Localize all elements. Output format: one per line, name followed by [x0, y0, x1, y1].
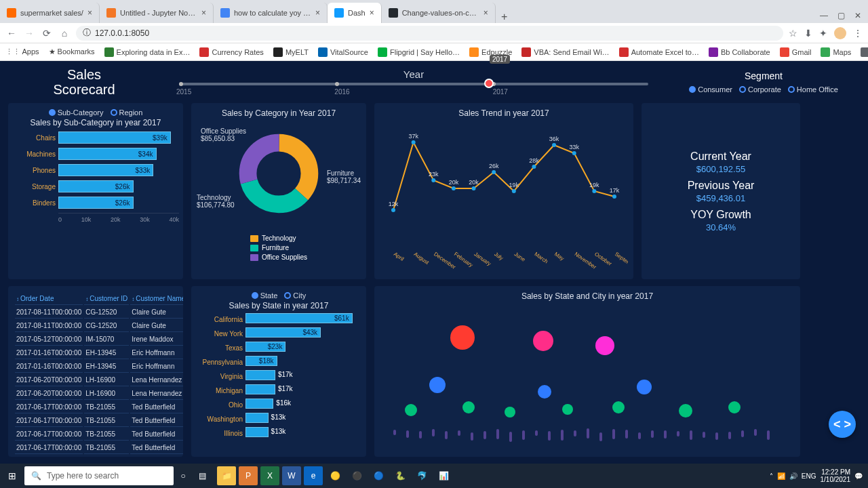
donut-val-tech: $106,774.80 — [197, 201, 235, 209]
tb-app-edge[interactable]: e — [304, 466, 323, 485]
state-bar: Michigan$17k — [197, 384, 361, 396]
kpi-cy-val: $600,192.55 — [647, 164, 795, 174]
bookmark-item[interactable]: MyELT — [273, 47, 309, 57]
table-row[interactable]: 2017-01-16T00:00:00EH-13945Eric Hoffmann — [15, 361, 183, 373]
browser-tab[interactable]: Untitled - Jupyter Notebook× — [100, 3, 214, 23]
nav-reload-icon[interactable]: ⟳ — [41, 28, 53, 39]
slider-handle[interactable] — [484, 79, 494, 88]
tb-app-chrome[interactable]: 🟡 — [326, 466, 344, 485]
svg-text:July: July — [493, 251, 505, 262]
tray-clock[interactable]: 12:22 PM1/10/2021 — [821, 468, 851, 483]
tray-volume-icon[interactable]: 🔊 — [789, 472, 797, 480]
state-radio-state[interactable]: State — [252, 291, 278, 300]
svg-text:33k: 33k — [569, 144, 579, 150]
table-row[interactable]: 2017-01-16T00:00:00EH-13945Eric Hoffmann — [15, 347, 183, 359]
close-icon[interactable]: × — [484, 8, 488, 18]
new-tab-button[interactable]: + — [496, 11, 513, 23]
bookmark-item[interactable]: VitalSource — [318, 47, 368, 57]
bookmark-item[interactable]: Bb Collaborate — [709, 47, 770, 57]
table-header[interactable]: Order Date — [15, 293, 83, 305]
table-header[interactable]: Customer Name — [130, 293, 183, 305]
svg-text:26k: 26k — [489, 163, 499, 169]
tray-chevron-icon[interactable]: ˄ — [770, 472, 773, 480]
card-subcategory-bars: Sub-CategoryRegion Sales by Sub-Category… — [8, 103, 183, 279]
tb-app-explorer[interactable]: 📁 — [217, 466, 236, 485]
close-icon[interactable]: × — [201, 8, 206, 18]
taskbar-search[interactable]: 🔍 Type here to search — [24, 466, 174, 485]
tray-language[interactable]: ENG — [802, 472, 816, 480]
bookmark-item[interactable]: Currency Rates — [199, 47, 263, 57]
table-row[interactable]: 2017-08-11T00:00:00CG-12520Claire Gute — [15, 306, 183, 319]
nav-forward-icon[interactable]: → — [23, 28, 35, 39]
table-row[interactable]: 2017-06-17T00:00:00TB-21055Ted Butterfie… — [15, 442, 183, 454]
start-button[interactable]: ⊞ — [0, 470, 24, 481]
table-row[interactable]: 2017-08-11T00:00:00CG-12520Claire Gute — [15, 320, 183, 332]
close-icon[interactable]: × — [87, 8, 92, 18]
address-input[interactable]: ⓘ 127.0.0.1:8050 — [76, 26, 783, 41]
tb-app-spreadsheet[interactable]: 📊 — [434, 466, 453, 485]
browser-tab[interactable]: Change-values-on-cards-dynami× — [382, 3, 496, 23]
table-row[interactable]: 2017-06-17T00:00:00TB-21055Ted Butterfie… — [15, 415, 183, 427]
bookmark-item[interactable]: Exploring data in Ex… — [104, 47, 191, 57]
window-close-icon[interactable]: ✕ — [854, 11, 861, 20]
nav-home-icon[interactable]: ⌂ — [58, 28, 71, 39]
window-minimize-icon[interactable]: — — [820, 11, 828, 20]
taskview-icon[interactable]: ▤ — [193, 466, 212, 485]
tb-app-vscode[interactable]: 🔵 — [369, 466, 388, 485]
tb-app-mysql[interactable]: 🐬 — [412, 466, 431, 485]
tb-app-excel[interactable]: X — [260, 466, 279, 485]
subcat-radio-region[interactable]: Region — [111, 108, 143, 117]
tray-wifi-icon[interactable]: 📶 — [777, 472, 785, 480]
search-placeholder: Type here to search — [47, 471, 119, 481]
segment-radio-home-office[interactable]: Home Office — [788, 85, 838, 94]
bookmark-item[interactable]: Flipgrid | Say Hello… — [378, 47, 460, 57]
table-row[interactable]: 2017-06-20T00:00:00LH-16900Lena Hernande… — [15, 388, 183, 400]
browser-tab[interactable]: how to calculate yoy growth in p× — [214, 3, 328, 23]
svg-point-25 — [612, 195, 616, 199]
svg-text:20k: 20k — [449, 179, 459, 186]
nav-back-icon[interactable]: ← — [5, 28, 18, 39]
state-bar: Pennsylvania$18k — [197, 356, 361, 368]
year-tick: 2015 — [176, 88, 191, 96]
table-header[interactable]: Customer ID — [84, 293, 129, 305]
svg-text:April: April — [393, 251, 405, 262]
bookmark-item[interactable]: Maps — [821, 47, 851, 57]
profile-avatar-icon[interactable] — [834, 27, 846, 39]
tb-app-obs[interactable]: ⚫ — [347, 466, 366, 485]
dash-dev-button[interactable]: < > — [829, 411, 856, 438]
close-icon[interactable]: × — [370, 8, 374, 18]
window-maximize-icon[interactable]: ▢ — [837, 11, 845, 20]
site-info-icon[interactable]: ⓘ — [83, 27, 91, 39]
svg-text:23k: 23k — [429, 171, 439, 178]
cortana-icon[interactable]: ○ — [174, 466, 193, 485]
table-row[interactable]: 2017-06-17T00:00:00TB-21055Ted Butterfie… — [15, 401, 183, 413]
download-icon[interactable]: ⬇ — [804, 28, 812, 39]
segment-radio-consumer[interactable]: Consumer — [689, 85, 732, 94]
svg-text:November: November — [574, 251, 598, 270]
bookmark-item[interactable]: Gmail — [780, 47, 812, 57]
year-slider[interactable] — [179, 83, 648, 85]
menu-icon[interactable]: ⋮ — [853, 28, 863, 39]
tb-app-word[interactable]: W — [282, 466, 301, 485]
table-row[interactable]: 2017-05-12T00:00:00IM-15070Irene Maddox — [15, 333, 183, 346]
apps-button[interactable]: ⋮⋮ Apps — [5, 47, 39, 56]
table-row[interactable]: 2017-06-17T00:00:00TB-21055Ted Butterfie… — [15, 428, 183, 441]
browser-tab[interactable]: supermarket sales/× — [0, 3, 100, 23]
segment-radio-corporate[interactable]: Corporate — [739, 85, 781, 94]
close-icon[interactable]: × — [315, 8, 320, 18]
bookmark-item[interactable]: mobeenali967@ya… — [861, 47, 868, 57]
tb-app-ppt[interactable]: P — [239, 466, 258, 485]
tray-notifications-icon[interactable]: 💬 — [854, 472, 863, 480]
subcat-radio-sub-category[interactable]: Sub-Category — [49, 108, 104, 117]
orders-table[interactable]: Order DateCustomer IDCustomer Name2017-0… — [14, 291, 183, 455]
table-row[interactable]: 2017-06-20T00:00:00LH-16900Lena Hernande… — [15, 374, 183, 386]
bookmark-item[interactable]: VBA: Send Email Wi… — [521, 47, 609, 57]
tb-app-python[interactable]: 🐍 — [391, 466, 410, 485]
svg-text:17k: 17k — [610, 187, 620, 194]
bookmark-star-icon[interactable]: ☆ — [789, 28, 797, 39]
browser-tab[interactable]: Dash× — [328, 3, 382, 23]
extensions-icon[interactable]: ✦ — [819, 28, 827, 39]
svg-text:January: January — [473, 251, 492, 267]
state-radio-city[interactable]: City — [284, 291, 306, 300]
bookmark-item[interactable]: Automate Excel to… — [619, 47, 699, 57]
